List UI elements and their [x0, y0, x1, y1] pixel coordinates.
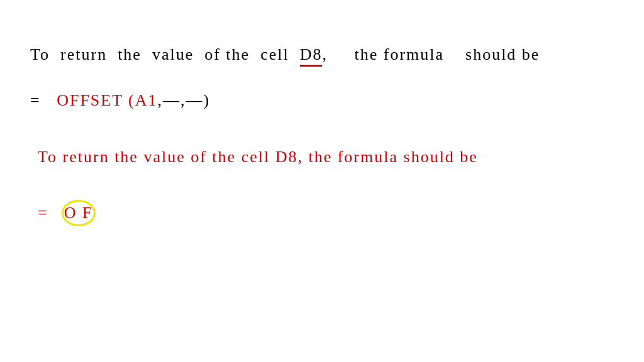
- line1-text: To return the value of the cell D8, the …: [30, 45, 540, 64]
- line2-formula: = OFFSET (A1,—,—): [30, 91, 210, 110]
- line4-of-text: O F: [64, 204, 93, 222]
- line3-content: To return the value of the cell D8, the …: [38, 148, 478, 166]
- line4-partial: = O F: [38, 200, 96, 226]
- line3-text: To return the value of the cell D8, the …: [38, 148, 478, 167]
- main-content: To return the value of the cell D8, the …: [0, 0, 644, 362]
- line1-prefix: To return the value of the cell: [30, 45, 300, 63]
- line1-suffix: , the formula should be: [322, 45, 540, 63]
- offset-text: OFFSET (A1: [57, 91, 157, 109]
- params-text: ,—,—): [158, 91, 211, 109]
- line4-equals: =: [38, 204, 59, 222]
- circle-highlight: O F: [62, 200, 96, 226]
- cell-ref-d8: D8: [300, 45, 323, 64]
- equals-sign: =: [30, 91, 57, 109]
